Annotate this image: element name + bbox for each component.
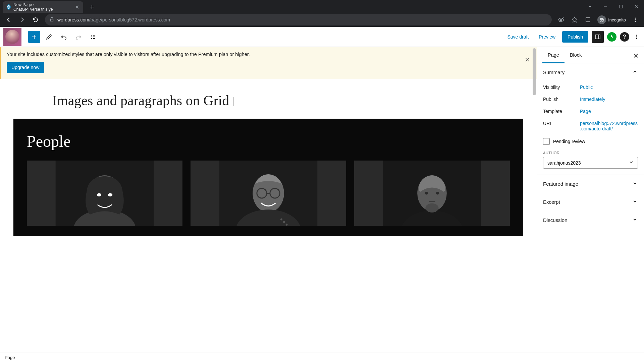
tab-block[interactable]: Block: [565, 47, 587, 63]
person-image-3[interactable]: [354, 161, 510, 226]
chrome-actions: Incognito: [555, 14, 641, 26]
forward-button[interactable]: [16, 14, 28, 26]
grid-heading[interactable]: People: [27, 132, 510, 150]
excerpt-heading[interactable]: Excerpt: [537, 193, 644, 211]
grid-block[interactable]: People: [13, 119, 523, 236]
person-image-2[interactable]: [191, 161, 346, 226]
upgrade-now-button[interactable]: Upgrade now: [7, 62, 44, 73]
svg-point-15: [97, 193, 102, 197]
add-block-button[interactable]: [28, 31, 40, 43]
url-row: URL personalblog572.wordpress.com/auto-d…: [543, 117, 638, 135]
eye-blocked-icon[interactable]: [555, 14, 567, 26]
canvas-scrollbar[interactable]: [532, 47, 537, 353]
svg-point-28: [426, 203, 439, 213]
settings-sidebar: Page Block Summary Visibility Public Pub…: [537, 47, 644, 353]
summary-section: Summary Visibility Public Publish Immedi…: [537, 63, 644, 175]
help-icon[interactable]: ?: [620, 32, 629, 42]
page-title[interactable]: Images and paragraphs on Grid: [0, 79, 537, 119]
notice-close-icon[interactable]: [523, 55, 532, 64]
pending-review-row[interactable]: Pending review: [543, 135, 638, 148]
extensions-icon[interactable]: [582, 14, 594, 26]
pending-review-checkbox[interactable]: [543, 138, 550, 145]
discussion-section: Discussion: [537, 211, 644, 229]
notice-text: Your site includes customized styles tha…: [7, 52, 520, 57]
summary-heading[interactable]: Summary: [537, 63, 644, 81]
svg-point-16: [108, 193, 113, 197]
summary-body: Visibility Public Publish Immediately Te…: [537, 81, 644, 175]
svg-point-3: [600, 20, 602, 22]
visibility-value[interactable]: Public: [580, 84, 638, 90]
pending-review-label: Pending review: [553, 139, 585, 144]
editor-canvas[interactable]: Your site includes customized styles tha…: [0, 47, 537, 353]
browser-chrome: New Page ‹ ChatGPTverse this ye wordpres…: [0, 0, 644, 27]
svg-point-24: [286, 224, 288, 226]
window-controls: [582, 0, 644, 13]
chevron-up-icon: [632, 69, 638, 76]
preview-button[interactable]: Preview: [535, 32, 559, 42]
wordpress-favicon-icon: [7, 4, 11, 10]
back-button[interactable]: [3, 14, 15, 26]
template-value[interactable]: Page: [580, 109, 638, 114]
document-overview-button[interactable]: [87, 31, 99, 43]
site-avatar[interactable]: [3, 28, 21, 46]
url-value[interactable]: personalblog572.wordpress.com/auto-draft…: [580, 121, 638, 131]
author-select[interactable]: sarahjonas2023: [543, 157, 638, 169]
svg-point-10: [636, 36, 637, 37]
visibility-row: Visibility Public: [543, 81, 638, 93]
footer-breadcrumb[interactable]: Page: [0, 353, 644, 362]
people-grid: [27, 161, 510, 226]
svg-rect-8: [595, 35, 600, 39]
save-draft-button[interactable]: Save draft: [504, 32, 532, 42]
sidebar-close-icon[interactable]: [632, 52, 640, 60]
svg-point-6: [635, 19, 636, 20]
template-row: Template Page: [543, 105, 638, 117]
url-text: wordpress.com/page/personalblog572.wordp…: [57, 17, 170, 22]
incognito-icon: [597, 15, 606, 24]
upgrade-notice: Your site includes customized styles tha…: [0, 47, 537, 79]
chrome-menu-icon[interactable]: [629, 14, 641, 26]
discussion-heading[interactable]: Discussion: [537, 211, 644, 229]
tab-search-icon[interactable]: [582, 1, 598, 12]
new-tab-button[interactable]: [87, 2, 97, 12]
incognito-badge[interactable]: Incognito: [595, 15, 628, 24]
breadcrumb-text: Page: [5, 355, 15, 360]
chevron-down-icon: [632, 180, 638, 187]
person-image-1[interactable]: [27, 161, 182, 226]
maximize-icon[interactable]: [613, 1, 629, 12]
svg-point-23: [283, 221, 285, 223]
author-label: AUTHOR: [543, 148, 638, 157]
publish-button[interactable]: Publish: [562, 31, 588, 43]
content-wrapper: Your site includes customized styles tha…: [0, 47, 644, 353]
tab-page[interactable]: Page: [542, 47, 565, 63]
featured-image-section: Featured image: [537, 175, 644, 193]
edit-tool-button[interactable]: [43, 31, 55, 43]
svg-point-29: [425, 192, 428, 195]
scrollbar-thumb[interactable]: [533, 48, 536, 95]
url-field[interactable]: wordpress.com/page/personalblog572.wordp…: [45, 14, 552, 25]
reload-button[interactable]: [30, 14, 42, 26]
chevron-down-icon: [632, 217, 638, 224]
bookmark-star-icon[interactable]: [569, 14, 581, 26]
close-window-icon[interactable]: [629, 1, 644, 12]
more-options-button[interactable]: [633, 34, 641, 40]
tab-close-icon[interactable]: [75, 4, 79, 10]
svg-point-22: [280, 219, 282, 221]
featured-image-heading[interactable]: Featured image: [537, 175, 644, 193]
sidebar-tabs: Page Block: [537, 47, 644, 63]
undo-button[interactable]: [58, 31, 70, 43]
publish-row: Publish Immediately: [543, 93, 638, 105]
template-label: Template: [543, 109, 580, 114]
excerpt-section: Excerpt: [537, 193, 644, 211]
jetpack-icon[interactable]: [607, 32, 616, 42]
settings-sidebar-toggle[interactable]: [592, 31, 604, 43]
redo-button[interactable]: [72, 31, 85, 43]
svg-point-9: [636, 35, 637, 36]
publish-value[interactable]: Immediately: [580, 97, 638, 102]
svg-point-4: [602, 20, 604, 22]
publish-label: Publish: [543, 97, 580, 102]
svg-rect-0: [620, 5, 623, 8]
minimize-icon[interactable]: [598, 1, 613, 12]
svg-rect-2: [586, 18, 590, 22]
browser-tab[interactable]: New Page ‹ ChatGPTverse this ye: [3, 1, 83, 13]
tab-strip: New Page ‹ ChatGPTverse this ye: [0, 0, 644, 13]
